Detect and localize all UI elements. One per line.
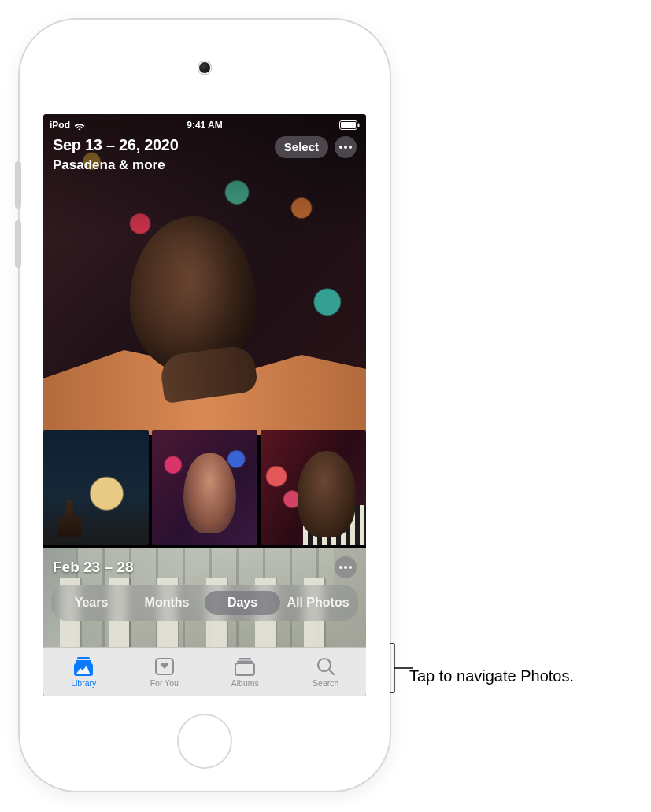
callout-text: Tap to navigate Photos. [409,667,574,685]
thumbnail-row [43,430,366,545]
tab-days[interactable]: Days [205,591,280,615]
svg-rect-10 [76,660,91,663]
clock-label: 9:41 AM [187,120,223,131]
photo-thumbnail[interactable] [152,430,257,545]
device-frame: iPod 9:41 AM Sep 13 – 2 [20,20,390,791]
svg-point-4 [344,146,347,149]
svg-rect-14 [237,661,253,663]
albums-icon [233,656,257,677]
more-button[interactable] [335,556,357,578]
svg-point-3 [339,146,342,149]
photo-thumbnail[interactable] [261,430,366,545]
wifi-icon [74,121,85,130]
carrier-label: iPod [50,120,70,131]
section-photo[interactable]: Feb 23 – 28 Years Months Days All Photos [43,548,366,648]
tab-months[interactable]: Months [129,591,205,615]
volume-up-button[interactable] [15,161,21,209]
select-button[interactable]: Select [275,136,328,158]
tab-search[interactable]: Search [286,648,367,696]
status-bar: iPod 9:41 AM [43,114,366,135]
ellipsis-icon [338,145,353,149]
tab-albums[interactable]: Albums [205,648,286,696]
tab-library[interactable]: Library [43,648,124,696]
more-button[interactable] [335,136,357,158]
photo-thumbnail[interactable] [43,430,149,545]
svg-point-6 [339,566,342,569]
volume-down-button[interactable] [15,220,21,268]
library-icon [72,656,95,677]
svg-rect-2 [358,124,360,127]
tab-for-you[interactable]: For You [124,648,205,696]
svg-point-7 [344,566,347,569]
svg-point-5 [349,146,352,149]
battery-icon [339,120,360,130]
svg-rect-9 [77,657,90,659]
tab-all-photos[interactable]: All Photos [280,591,356,615]
search-icon [316,656,336,677]
location-subtitle[interactable]: Pasadena & more [53,157,357,173]
front-camera [198,61,212,75]
svg-point-8 [349,566,352,569]
svg-line-17 [329,670,334,674]
tab-bar: Library For You Albums [43,647,366,696]
tab-label: Search [313,678,338,688]
ellipsis-icon [338,565,353,570]
for-you-icon [154,656,176,677]
date-range-title[interactable]: Feb 23 – 28 [53,559,133,576]
home-button[interactable] [179,715,231,767]
svg-rect-1 [341,122,356,128]
svg-rect-15 [235,663,254,675]
svg-rect-13 [239,658,251,660]
tab-years[interactable]: Years [54,591,129,615]
view-filter: Years Months Days All Photos [51,585,358,621]
callout-bracket [389,644,409,692]
tab-label: Library [71,678,96,688]
tab-label: For You [150,678,179,688]
screen: iPod 9:41 AM Sep 13 – 2 [43,114,366,696]
tab-label: Albums [231,678,259,688]
